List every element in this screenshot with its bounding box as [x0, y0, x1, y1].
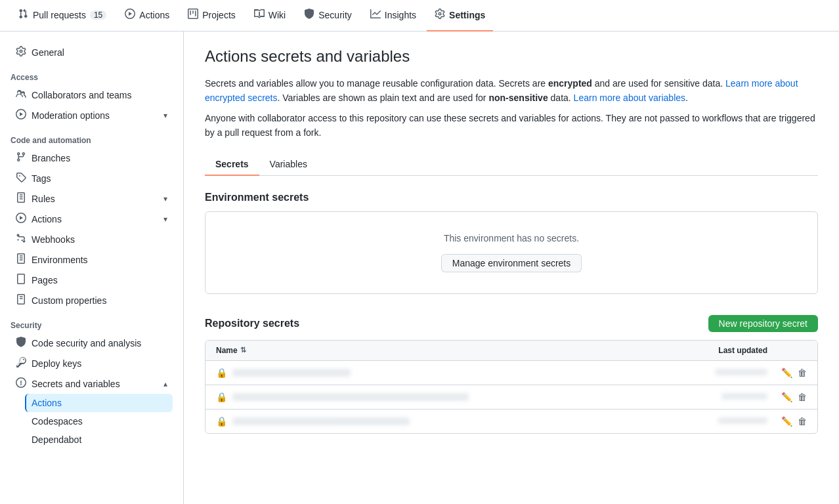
secret-name-3: [232, 417, 410, 425]
sidebar-sub-item-codespaces[interactable]: Codespaces: [26, 412, 173, 430]
security-icon: [304, 9, 314, 21]
gear-icon: [16, 46, 26, 58]
sidebar-item-moderation[interactable]: Moderation options ▾: [11, 105, 173, 125]
custom-properties-icon: [16, 294, 26, 306]
sidebar-item-actions[interactable]: Actions ▾: [11, 209, 173, 229]
sidebar-item-deploy-keys[interactable]: Deploy keys: [11, 353, 173, 373]
nav-actions[interactable]: Actions: [117, 0, 177, 32]
sidebar-sub-actions-label: Actions: [32, 398, 62, 408]
settings-icon: [435, 9, 445, 21]
sidebar-item-tags[interactable]: Tags: [11, 168, 173, 188]
top-nav: Pull requests 15 Actions Projects Wiki S…: [0, 0, 839, 32]
page-title: Actions secrets and variables: [205, 47, 818, 66]
sidebar-webhooks-label: Webhooks: [32, 234, 75, 245]
tag-icon: [16, 172, 26, 184]
sidebar-code-automation-section: Code and automation: [11, 131, 173, 148]
lock-icon-3: 🔒: [216, 416, 227, 427]
repo-secrets-heading: Repository secrets: [205, 318, 299, 329]
rules-icon: [16, 192, 26, 205]
sidebar-secrets-label: Secrets and variables: [32, 379, 120, 389]
row-actions-3: ✏️ 🗑: [767, 416, 807, 427]
nav-projects[interactable]: Projects: [180, 0, 244, 32]
moderation-icon: [16, 109, 26, 121]
edit-icon-2[interactable]: ✏️: [781, 392, 792, 402]
branch-icon: [16, 152, 26, 164]
nav-pull-requests[interactable]: Pull requests 15: [11, 0, 114, 32]
sidebar-branches-label: Branches: [32, 153, 70, 163]
sidebar-security-section: Security: [11, 316, 173, 333]
chevron-down-icon: ▾: [163, 111, 167, 120]
row-updated-2: [676, 392, 767, 402]
row-name-3: 🔒: [216, 416, 676, 427]
sidebar: General Access Collaborators and teams M…: [0, 32, 184, 504]
sidebar-item-secrets[interactable]: Secrets and variables ▴: [11, 373, 173, 394]
actions-icon: [125, 9, 135, 21]
sidebar-tags-label: Tags: [32, 173, 51, 184]
nav-pull-requests-label: Pull requests: [33, 10, 86, 20]
secrets-icon: [16, 377, 26, 390]
nav-insights-label: Insights: [385, 10, 416, 20]
edit-icon-1[interactable]: ✏️: [781, 368, 792, 378]
sidebar-rules-label: Rules: [32, 194, 55, 204]
shield-lock-icon: [16, 337, 26, 349]
delete-icon-2[interactable]: 🗑: [798, 392, 807, 402]
environments-icon: [16, 253, 26, 266]
sidebar-item-environments[interactable]: Environments: [11, 249, 173, 270]
sidebar-sub-codespaces-label: Codespaces: [32, 416, 83, 427]
nav-actions-label: Actions: [139, 10, 169, 20]
nav-settings[interactable]: Settings: [427, 0, 493, 32]
tab-variables[interactable]: Variables: [259, 154, 318, 176]
pages-icon: [16, 274, 26, 286]
sidebar-item-general[interactable]: General: [11, 42, 173, 62]
sidebar-sub-item-dependabot[interactable]: Dependabot: [26, 430, 173, 449]
secret-name-1: [232, 369, 351, 377]
sidebar-general-label: General: [32, 47, 64, 58]
secret-updated-1: [715, 369, 767, 375]
webhooks-icon: [16, 233, 26, 245]
projects-icon: [188, 9, 198, 21]
sidebar-sub-item-actions[interactable]: Actions: [25, 394, 173, 412]
table-header: Name ⇅ Last updated: [205, 341, 817, 361]
nav-security[interactable]: Security: [296, 0, 360, 32]
chevron-down-icon: ▾: [163, 194, 167, 203]
new-repository-secret-button[interactable]: New repository secret: [708, 315, 818, 332]
sidebar-item-collaborators[interactable]: Collaborators and teams: [11, 85, 173, 105]
insights-icon: [370, 9, 381, 21]
tab-secrets[interactable]: Secrets: [205, 154, 259, 176]
delete-icon-3[interactable]: 🗑: [798, 416, 807, 427]
delete-icon-1[interactable]: 🗑: [798, 368, 807, 378]
env-secrets-heading: Environment secrets: [205, 192, 818, 203]
secrets-tabs: Secrets Variables: [205, 154, 818, 176]
secret-updated-2: [721, 393, 767, 400]
env-secrets-empty: This environment has no secrets. Manage …: [205, 212, 817, 293]
edit-icon-3[interactable]: ✏️: [781, 416, 792, 427]
description-access: Anyone with collaborator access to this …: [205, 111, 818, 140]
people-icon: [16, 89, 26, 101]
row-actions-2: ✏️ 🗑: [767, 392, 807, 402]
nav-insights[interactable]: Insights: [362, 0, 424, 32]
description-secrets: Secrets and variables allow you to manag…: [205, 76, 818, 106]
manage-env-secrets-button[interactable]: Manage environment secrets: [441, 254, 582, 272]
nav-settings-label: Settings: [449, 10, 485, 20]
page-layout: General Access Collaborators and teams M…: [0, 32, 839, 504]
learn-more-variables-link[interactable]: Learn more about variables: [574, 93, 685, 103]
row-updated-3: [676, 417, 767, 426]
row-updated-1: [676, 368, 767, 377]
sidebar-item-branches[interactable]: Branches: [11, 148, 173, 168]
nav-wiki-label: Wiki: [269, 10, 286, 20]
table-row: 🔒 ✏️ 🗑: [205, 361, 817, 385]
sidebar-item-code-security[interactable]: Code security and analysis: [11, 333, 173, 353]
sidebar-code-security-label: Code security and analysis: [32, 338, 141, 348]
sidebar-custom-properties-label: Custom properties: [32, 295, 106, 306]
nav-wiki[interactable]: Wiki: [246, 0, 293, 32]
sidebar-item-rules[interactable]: Rules ▾: [11, 188, 173, 209]
sidebar-sub-dependabot-label: Dependabot: [32, 434, 81, 445]
key-icon: [16, 357, 26, 369]
sidebar-item-custom-properties[interactable]: Custom properties: [11, 290, 173, 310]
sidebar-item-webhooks[interactable]: Webhooks: [11, 229, 173, 249]
secret-updated-3: [718, 417, 767, 424]
table-header-name: Name ⇅: [216, 346, 676, 355]
sidebar-item-pages[interactable]: Pages: [11, 270, 173, 290]
secret-name-2: [232, 393, 469, 401]
env-secrets-empty-text: This environment has no secrets.: [226, 233, 796, 243]
